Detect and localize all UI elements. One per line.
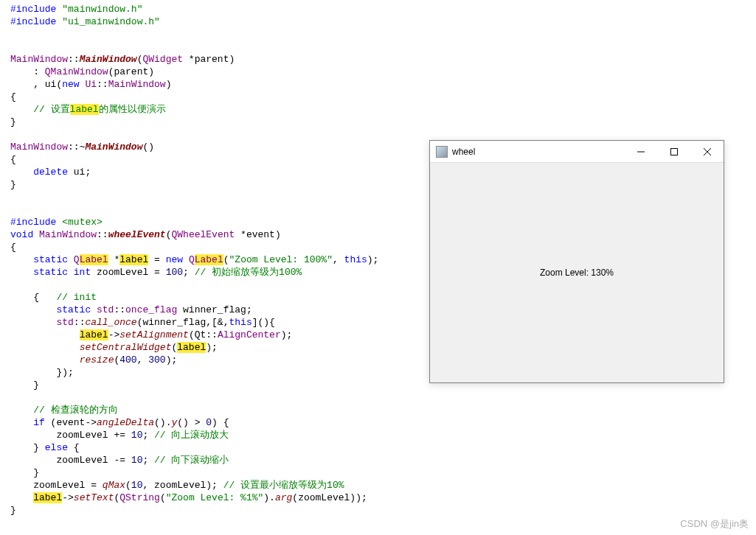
function: resize	[80, 354, 114, 366]
brace: {	[10, 292, 39, 303]
type: MainWindow	[39, 229, 97, 240]
comment: // 初始缩放等级为100%	[189, 267, 302, 278]
operator: ::	[68, 54, 80, 65]
window-controls	[624, 141, 724, 162]
app-icon	[436, 146, 448, 158]
svg-rect-1	[670, 148, 677, 155]
operator: ::	[114, 304, 125, 315]
comment: // 向下滚动缩小	[148, 455, 229, 466]
brace: {	[10, 91, 16, 102]
text: zoomLevel +=	[10, 430, 131, 441]
keyword: #include	[10, 217, 56, 228]
function: call_once	[85, 317, 136, 328]
text: =	[148, 254, 165, 265]
text: ](){	[252, 317, 275, 328]
type: QWheelEvent	[171, 229, 235, 240]
close-button[interactable]	[690, 141, 724, 162]
number: 10	[131, 430, 143, 441]
type: MainWindow	[108, 79, 166, 90]
brace: }	[10, 380, 39, 391]
string: <mutex>	[62, 217, 103, 228]
text: );	[166, 354, 178, 366]
close-icon	[704, 148, 711, 155]
type: once_flag	[125, 304, 177, 315]
text: (event->	[45, 417, 97, 428]
type: QMainWindow	[45, 66, 108, 77]
maximize-icon	[670, 148, 678, 155]
type: QLabel	[74, 254, 108, 265]
keyword: else	[45, 442, 68, 453]
comment: // 设置	[10, 104, 70, 115]
text: winner_flag;	[177, 304, 252, 315]
indent	[10, 354, 80, 366]
minimize-icon	[637, 148, 645, 155]
string: "Zoom Level: %1%"	[166, 492, 264, 503]
brace: {	[10, 242, 16, 253]
keyword: new	[166, 254, 183, 265]
text: *event)	[235, 229, 280, 240]
function: angleDelta	[97, 417, 154, 428]
type: MainWindow	[10, 54, 68, 65]
function: MainWindow	[80, 54, 137, 65]
type: QString	[119, 492, 160, 503]
brace: }	[10, 467, 39, 478]
text: ->	[62, 492, 74, 503]
paren: (	[125, 480, 131, 491]
text: ->	[108, 329, 120, 340]
text: zoomLevel -=	[10, 455, 131, 466]
keyword: static	[10, 254, 68, 265]
minimize-button[interactable]	[624, 141, 657, 162]
text: {	[68, 442, 80, 453]
keyword: this	[344, 254, 367, 265]
keyword: #include	[10, 4, 56, 15]
text: (Qt::	[189, 329, 218, 340]
function: setCentralWidget	[80, 342, 172, 353]
highlight: label	[177, 342, 206, 353]
text: zoomLevel =	[91, 267, 165, 278]
highlight: label	[119, 254, 148, 265]
keyword: delete	[10, 167, 68, 178]
text: *parent)	[183, 54, 235, 65]
text: zoomLevel =	[10, 480, 103, 491]
zoom-label: Zoom Level: 130%	[540, 268, 614, 278]
type: MainWindow	[10, 141, 68, 153]
text: }	[10, 442, 45, 453]
brace: }	[10, 179, 16, 190]
number: 400	[119, 354, 136, 366]
operator: ::	[97, 229, 108, 240]
app-client-area[interactable]: Zoom Level: 130%	[430, 163, 724, 382]
highlight: label	[70, 104, 99, 115]
brace: }	[10, 505, 16, 516]
text: (zoomLevel));	[292, 492, 367, 503]
brace: {	[10, 154, 16, 165]
number: 10	[131, 480, 143, 491]
paren: )	[166, 79, 172, 90]
brace: }	[10, 116, 16, 127]
keyword: static	[10, 304, 91, 315]
function: MainWindow	[85, 141, 142, 153]
keyword: new	[62, 79, 79, 90]
number: 10	[131, 455, 143, 466]
string: "mainwindow.h"	[62, 4, 142, 15]
text: ;	[183, 267, 189, 278]
text: ).	[263, 492, 275, 503]
app-window[interactable]: wheel Zoom Level: 130%	[429, 140, 724, 383]
type: AlignCenter	[218, 329, 281, 340]
type: Ui	[85, 79, 97, 90]
operator: ::	[68, 141, 80, 153]
text: () >	[177, 417, 206, 428]
text: , ui(	[10, 79, 62, 90]
type: std	[91, 304, 114, 315]
maximize-button[interactable]	[657, 141, 690, 162]
type: std	[10, 317, 74, 328]
keyword: int	[68, 267, 91, 278]
type: QLabel	[189, 254, 223, 265]
app-titlebar[interactable]: wheel	[430, 141, 724, 163]
comment: // 设置最小缩放等级为10%	[218, 480, 344, 491]
keyword: this	[229, 317, 252, 328]
type: QWidget	[142, 54, 183, 65]
highlight: label	[33, 492, 62, 503]
keyword: if	[10, 417, 45, 428]
indent	[10, 329, 80, 340]
function: arg	[275, 492, 292, 503]
